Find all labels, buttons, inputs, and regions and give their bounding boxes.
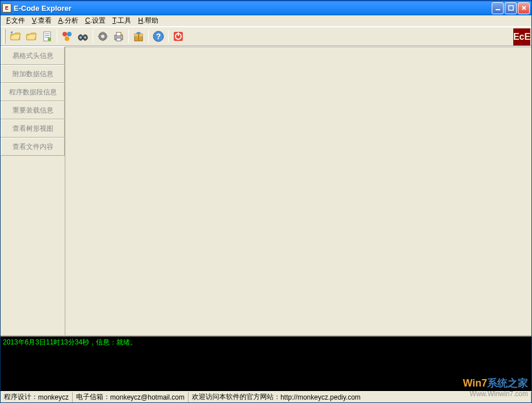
print-icon [112,30,125,43]
menu-analyze[interactable]: A.分析 [55,15,82,27]
svg-point-8 [67,32,72,36]
svg-point-16 [101,35,104,38]
sidebar-item-file-content[interactable]: 查看文件内容 [1,138,65,156]
gear-button[interactable] [95,28,111,44]
open-folder-button[interactable] [7,28,23,44]
svg-point-14 [84,36,86,39]
app-logo: EcE [513,28,530,45]
statusbar: 程序设计：monkeycz 电子信箱：monkeycz@hotmail.com … [1,391,531,402]
svg-text:?: ? [156,32,161,41]
sidebar-item-header-info[interactable]: 易格式头信息 [1,47,65,65]
svg-rect-0 [496,9,500,10]
status-designer: 程序设计：monkeycz [1,392,73,402]
toolbar-separator [148,30,149,43]
menubar: F.文件 V.查看 A.分析 C.设置 T.工具 H.帮助 [1,15,531,27]
svg-point-13 [79,36,82,39]
document-button[interactable] [39,28,55,44]
help-button[interactable]: ? [150,28,166,44]
status-email: 电子信箱：monkeycz@hotmail.com [73,392,188,402]
console-line: 2013年6月3日11时13分34秒，信息：就绪。 [3,338,137,346]
app-window: E E-Code Explorer F.文件 V.查看 A.分析 C.设置 T.… [0,0,532,403]
sidebar-item-tree-view[interactable]: 查看树形视图 [1,119,65,138]
package-icon [132,30,145,43]
menu-tools[interactable]: T.工具 [109,15,135,27]
help-icon: ? [152,30,165,43]
svg-rect-22 [138,34,139,41]
svg-rect-27 [178,32,179,36]
svg-point-6 [48,38,51,41]
svg-rect-1 [509,6,513,10]
app-icon: E [2,3,11,13]
svg-point-7 [62,32,67,36]
sidebar-item-load-info[interactable]: 重要装载信息 [1,101,65,119]
sidebar-item-extra-data[interactable]: 附加数据信息 [1,65,65,83]
open-folder-icon [9,30,22,43]
tools-icon [61,30,73,43]
sidebar-item-data-seg[interactable]: 程序数据段信息 [1,83,65,101]
package-button[interactable] [131,28,146,44]
toolbar-separator [93,30,93,43]
svg-rect-4 [45,35,49,36]
menu-settings[interactable]: C.设置 [82,15,109,27]
menu-view[interactable]: V.查看 [28,15,55,27]
toolbar-separator [168,30,169,43]
close-button[interactable] [518,2,530,14]
analyze-button[interactable] [59,28,75,44]
svg-rect-18 [116,32,121,36]
gear-icon [97,30,109,43]
power-button[interactable] [170,28,186,44]
toolbar: ? EcE [1,27,531,46]
svg-point-9 [65,36,69,41]
console-output[interactable]: 2013年6月3日11时13分34秒，信息：就绪。 [1,335,531,391]
svg-rect-19 [116,38,121,41]
document-icon [41,30,53,43]
titlebar[interactable]: E E-Code Explorer [1,1,531,15]
main-area: 易格式头信息 附加数据信息 程序数据段信息 重要装载信息 查看树形视图 查看文件… [1,46,531,391]
maximize-button[interactable] [505,2,517,14]
menu-help[interactable]: H.帮助 [135,15,162,27]
status-site: 欢迎访问本软件的官方网站：http://monkeycz.pediy.com [188,392,531,402]
binoculars-icon [77,30,89,43]
toolbar-grip[interactable] [3,29,6,44]
content-panel [65,47,531,335]
binoculars-button[interactable] [75,28,91,44]
minimize-button[interactable] [492,2,504,14]
window-title: E-Code Explorer [14,4,492,13]
print-button[interactable] [111,28,127,44]
folder-button[interactable] [23,28,39,44]
toolbar-separator [57,30,57,43]
power-icon [172,30,185,43]
svg-rect-12 [82,36,84,38]
svg-rect-5 [45,37,49,38]
toolbar-separator [128,30,129,43]
folder-icon [25,30,37,43]
sidebar: 易格式头信息 附加数据信息 程序数据段信息 重要装载信息 查看树形视图 查看文件… [1,47,65,335]
menu-file[interactable]: F.文件 [3,15,28,27]
svg-rect-3 [45,34,49,34]
